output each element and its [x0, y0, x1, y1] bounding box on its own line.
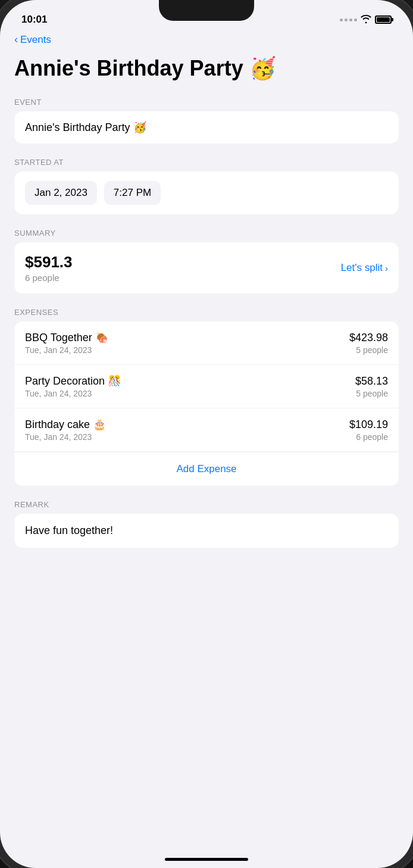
expense-amount-cake: $109.19 — [349, 419, 388, 431]
date-picker[interactable]: Jan 2, 2023 — [25, 181, 97, 205]
event-card: Annie's Birthday Party 🥳 — [14, 111, 399, 143]
time-picker[interactable]: 7:27 PM — [104, 181, 161, 205]
expenses-section-label: EXPENSES — [14, 308, 399, 317]
expense-left-decoration: Party Decoration 🎊 Tue, Jan 24, 2023 — [25, 374, 121, 398]
notch — [159, 0, 254, 21]
battery-icon — [375, 15, 392, 24]
page-title: Annie's Birthday Party 🥳 — [14, 55, 399, 81]
wifi-icon — [361, 15, 371, 25]
expense-right-decoration: $58.13 5 people — [355, 375, 388, 398]
expense-right-cake: $109.19 6 people — [349, 419, 388, 442]
remark-value[interactable]: Have fun together! — [14, 514, 399, 548]
summary-card: $591.3 6 people Let's split › — [14, 242, 399, 294]
add-expense-button[interactable]: Add Expense — [176, 463, 236, 474]
expense-name-decoration: Party Decoration 🎊 — [25, 374, 121, 388]
expense-left-cake: Birthday cake 🎂 Tue, Jan 24, 2023 — [25, 418, 106, 442]
status-time: 10:01 — [21, 14, 47, 26]
signal-dots-icon — [340, 18, 357, 21]
expense-amount-bbq: $423.98 — [349, 332, 388, 344]
phone-frame: 10:01 ‹ Events Annie's Birthday — [0, 0, 413, 868]
back-chevron-icon: ‹ — [14, 33, 18, 46]
add-expense-row: Add Expense — [14, 452, 399, 486]
date-time-row: Jan 2, 2023 7:27 PM — [14, 171, 399, 214]
home-indicator — [165, 858, 248, 861]
started-at-card: Jan 2, 2023 7:27 PM — [14, 171, 399, 214]
event-field-value[interactable]: Annie's Birthday Party 🥳 — [14, 111, 399, 143]
summary-amount: $591.3 — [25, 253, 73, 271]
lets-split-button[interactable]: Let's split › — [341, 262, 388, 274]
expense-name-cake: Birthday cake 🎂 — [25, 418, 106, 431]
status-icons — [340, 15, 392, 25]
expense-left-bbq: BBQ Together 🍖 Tue, Jan 24, 2023 — [25, 331, 108, 355]
remark-section-label: REMARK — [14, 500, 399, 509]
summary-info: $591.3 6 people — [25, 253, 73, 283]
started-at-label: STARTED AT — [14, 158, 399, 167]
expense-people-cake: 6 people — [349, 432, 388, 442]
expense-amount-decoration: $58.13 — [355, 375, 388, 388]
expense-date-decoration: Tue, Jan 24, 2023 — [25, 389, 121, 398]
expense-item-decoration[interactable]: Party Decoration 🎊 Tue, Jan 24, 2023 $58… — [14, 365, 399, 408]
expenses-card: BBQ Together 🍖 Tue, Jan 24, 2023 $423.98… — [14, 321, 399, 486]
split-chevron-icon: › — [385, 263, 388, 273]
event-section-label: EVENT — [14, 98, 399, 107]
summary-people: 6 people — [25, 273, 73, 283]
back-label: Events — [20, 34, 51, 46]
summary-section-label: SUMMARY — [14, 229, 399, 238]
expense-date-cake: Tue, Jan 24, 2023 — [25, 432, 106, 442]
expense-item-cake[interactable]: Birthday cake 🎂 Tue, Jan 24, 2023 $109.1… — [14, 408, 399, 452]
expense-date-bbq: Tue, Jan 24, 2023 — [25, 345, 108, 355]
main-content: ‹ Events Annie's Birthday Party 🥳 EVENT … — [0, 31, 413, 868]
remark-card: Have fun together! — [14, 514, 399, 548]
expense-people-bbq: 5 people — [349, 345, 388, 355]
expense-right-bbq: $423.98 5 people — [349, 332, 388, 355]
expense-item-bbq[interactable]: BBQ Together 🍖 Tue, Jan 24, 2023 $423.98… — [14, 321, 399, 365]
expense-name-bbq: BBQ Together 🍖 — [25, 331, 108, 344]
back-button[interactable]: ‹ Events — [14, 31, 399, 46]
split-label: Let's split — [341, 262, 383, 274]
expense-people-decoration: 5 people — [355, 389, 388, 398]
